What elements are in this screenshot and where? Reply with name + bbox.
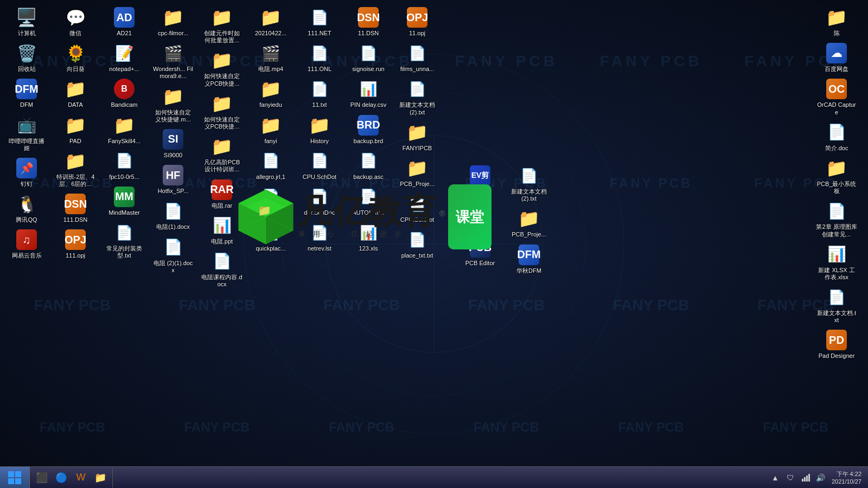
icon-fanyi-gaojie[interactable]: 📁 凡亿高阶PCB设计特训班... (200, 133, 244, 175)
icon-111-onl[interactable]: 📄 111.ONL (298, 40, 341, 75)
icon-notepad[interactable]: 📝 notepad+... (103, 40, 146, 75)
icon-column-2: 💬 微信 🌻 向日葵 📁 DATA 📁 PAD 📁 特训班-2层、 (51, 4, 100, 462)
taskbar-clock[interactable]: 下午 4:22 2021/10/27 (829, 470, 864, 485)
icon-allegro-jrl[interactable]: 📄 allegro.jrl (249, 184, 292, 219)
icon-ev-jianji[interactable]: EV剪 EV剪辑 (458, 163, 502, 197)
icon-ev2[interactable]: EV EV (458, 198, 502, 233)
icon-cpu-schdot[interactable]: 📄 CPU.SchDot (298, 148, 341, 183)
icon-netrev-lst[interactable]: 📄 netrev.lst (298, 220, 341, 254)
icon-pcb-proje[interactable]: 📁 PCB_Proje... (395, 155, 439, 190)
taskbar-btn-4[interactable]: 📁 (91, 468, 110, 487)
icon-new-xlsx[interactable]: 📊 新建 XLSX 工作表.xlsx (815, 241, 858, 283)
icon-jianjie-doc[interactable]: 📄 简介.doc (815, 119, 858, 154)
icon-pin-delay-csv[interactable]: 📊 PIN delay.csv (347, 76, 390, 111)
icon-dianz-mp4[interactable]: 🎬 电阻.mp4 (249, 40, 292, 75)
icon-ruhe-folder[interactable]: 📁 如何快速自定义PCB快捷... (200, 47, 244, 89)
icon-111-dsn-2[interactable]: DSN 111.DSN (54, 191, 97, 226)
icon-pcb-editor[interactable]: PCB PCB Editor (458, 234, 502, 269)
icon-computer[interactable]: 🖥️ 计算机 (5, 4, 48, 39)
taskbar-system-tray: ▲ 🛡 🔊 下午 4:22 2021/10/27 (764, 470, 868, 485)
icon-backup-asc[interactable]: 📄 backup.asc (347, 148, 390, 183)
icon-column-7: 📄 111.NET 📄 111.ONL 📄 11.txt 📁 History 📄 (295, 4, 344, 462)
taskbar-btn-2[interactable]: 🔵 (52, 468, 71, 487)
icon-col-ev: EV剪 EV剪辑 EV EV PCB PCB Editor (456, 163, 505, 278)
icon-fpc10[interactable]: 📄 fpc10-0r5... (103, 148, 146, 183)
icon-qq[interactable]: 🐧 腾讯QQ (5, 191, 48, 226)
icon-ad21[interactable]: AD AD21 (103, 4, 146, 39)
icon-netease-music[interactable]: ♫ 网易云音乐 (5, 227, 48, 261)
icon-dingding[interactable]: 📌 钉钉 (5, 155, 48, 190)
icon-dianz-rar[interactable]: RAR 电阻.rar (200, 177, 244, 211)
tray-hide-icon[interactable]: ▲ (769, 471, 782, 484)
icon-11-opj[interactable]: OPJ 11.opj (395, 4, 439, 39)
icon-recycle[interactable]: 🗑️ 回收站 (5, 40, 48, 75)
icon-autosave[interactable]: 📄 AUTOSAV... (347, 184, 390, 219)
icon-dfm[interactable]: DFM DFM (5, 76, 48, 111)
icon-pcb-xitongban[interactable]: 📁 PCB_最小系统板 (815, 155, 858, 197)
icon-11-dsn[interactable]: DSN 11.DSN (347, 4, 390, 39)
icon-chen-folder[interactable]: 📁 陈 (815, 4, 858, 39)
icon-orcad-capture[interactable]: OC OrCAD Capture (815, 76, 858, 118)
icon-xinjian-wenbendang[interactable]: 📄 新建文本文档 (2).txt (507, 163, 551, 204)
icon-backup-brd[interactable]: BRD backup.brd (347, 112, 390, 147)
icon-teXunBan[interactable]: 📁 特训班-2层、4层、6层的... (54, 148, 97, 190)
icon-column-8: DSN 11.DSN 📄 signoise.run 📊 PIN delay.cs… (344, 4, 393, 462)
icon-hotfix[interactable]: HF Hotfix_SP... (151, 162, 195, 197)
icon-column-3: AD AD21 📝 notepad+... B Bandicam 📁 FanyS… (100, 4, 149, 462)
icon-di2zhang-docx[interactable]: 📄 第2章 原理图库创建常见... (815, 198, 858, 240)
icon-pcb-proje2[interactable]: 📁 PCB_Proje... (507, 206, 551, 240)
icon-bandicam[interactable]: B Bandicam (103, 76, 146, 111)
start-button[interactable] (0, 467, 30, 489)
icon-sunflower[interactable]: 🌻 向日葵 (54, 40, 97, 75)
icon-mindmaster[interactable]: MM MindMaster (103, 184, 146, 219)
taskbar: ⬛ 🔵 W 📁 ▲ 🛡 (0, 466, 868, 488)
icon-new-txt[interactable]: 📄 新建文本文档.txt (815, 284, 858, 326)
tray-volume-icon[interactable]: 🔊 (814, 471, 827, 484)
icon-11-txt[interactable]: 📄 11.txt (298, 76, 341, 111)
icon-column-5: 📁 创建元件时如何批量放置... 📁 如何快速自定义PCB快捷... 📁 如何快… (197, 4, 246, 462)
icon-wondershare[interactable]: 🎬 Wondersh... Filmora9.e... (151, 40, 195, 82)
icon-cpc-filmor[interactable]: 📁 cpc-filmor... (151, 4, 195, 39)
icon-dianz-ppt[interactable]: 📊 电阻.ppt (200, 213, 244, 247)
icon-pad-designer[interactable]: PD Pad Designer (815, 327, 858, 362)
taskbar-btn-1[interactable]: ⬛ (32, 468, 52, 487)
icon-history-folder[interactable]: 📁 History (298, 112, 341, 147)
tray-security-icon[interactable]: 🛡 (784, 471, 797, 484)
icon-xinjian-txt2[interactable]: 📄 新建文本文档 (2).txt (395, 76, 439, 118)
icon-kuaijiejian[interactable]: 📁 如何快速自定义快捷键.m... (151, 84, 195, 125)
icon-baidu-pan[interactable]: ☁ 百度网盘 (815, 40, 858, 75)
icon-ddr-schdoc[interactable]: 📄 ddr.SchDoc (298, 184, 341, 219)
icon-dianz-kecheng-docx[interactable]: 📄 电阻课程内容.docx (200, 248, 244, 290)
icon-chuanjian-folder[interactable]: 📁 创建元件时如何批量放置... (200, 4, 244, 46)
icon-dianz1-docx[interactable]: 📄 电阻(1).docx (151, 198, 195, 233)
icon-fanyiedu[interactable]: 📁 fanyiedu (249, 76, 292, 111)
icon-fanyipcb[interactable]: 📁 FANYIPCB (395, 119, 439, 154)
icon-si9000[interactable]: SI Si9000 (151, 126, 195, 161)
icon-ruhe-folder2[interactable]: 📁 如何快速自定义PCB快捷... (200, 91, 244, 132)
icon-allegro-jrl1[interactable]: 📄 allegro.jrl,1 (249, 148, 292, 183)
icon-column-right: 📁 陈 ☁ 百度网盘 OC OrCAD Capture 📄 简介.doc 📁 (809, 4, 864, 462)
icon-dianzu21-docx[interactable]: 📄 电阻 (2)(1).docx (151, 234, 195, 276)
icon-changjian-txt[interactable]: 📄 常见的封装类型.txt (103, 220, 146, 261)
icon-data-folder[interactable]: 📁 DATA (54, 76, 97, 111)
icon-cpu-schdot2[interactable]: 📄 CPU.SchDot (395, 191, 439, 226)
icon-pad-folder[interactable]: 📁 PAD (54, 112, 97, 147)
icon-huaqiu-dfm[interactable]: DFM 华秋DFM (507, 242, 551, 277)
icon-111-opj[interactable]: OPJ 111.opj (54, 227, 97, 261)
icon-123-xls[interactable]: 📊 123.xls (347, 220, 390, 254)
icon-signoise[interactable]: 📄 signoise.run (347, 40, 390, 75)
svg-rect-16 (8, 471, 14, 477)
icon-bilibili[interactable]: 📺 哔哩哔哩直播姬 (5, 112, 48, 154)
icon-films-unna[interactable]: 📄 films_unna... (395, 40, 439, 75)
icon-fanyi-folder[interactable]: 📁 fanyi (249, 112, 292, 147)
icon-wechat[interactable]: 💬 微信 (54, 4, 97, 39)
taskbar-btn-3[interactable]: W (71, 468, 91, 487)
icon-20210422[interactable]: 📁 20210422... (249, 4, 292, 39)
icon-place-txt[interactable]: 📄 place_txt.txt (395, 227, 439, 261)
tray-network-icon[interactable] (799, 471, 812, 484)
icon-column-9: OPJ 11.opj 📄 films_unna... 📄 新建文本文档 (2).… (393, 4, 442, 462)
icon-111-net[interactable]: 📄 111.NET (298, 4, 341, 39)
icon-quickplace[interactable]: 📄 quickplac... (249, 220, 292, 254)
icon-fanyskill4[interactable]: 📁 FanySkill4... (103, 112, 146, 147)
svg-rect-21 (804, 477, 806, 481)
